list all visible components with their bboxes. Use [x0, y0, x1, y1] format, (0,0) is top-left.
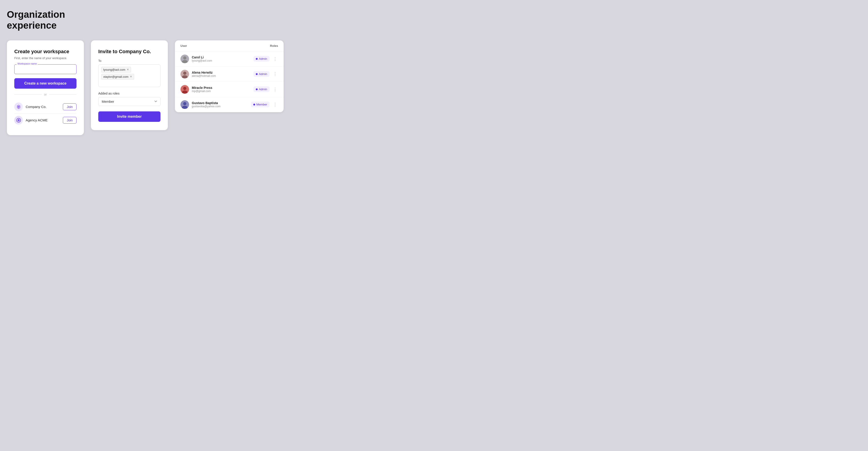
role-label-miracle: Admin	[259, 87, 267, 91]
more-options-gustavo[interactable]: ⋮	[272, 103, 278, 107]
roles-select[interactable]: Member Admin Owner	[98, 97, 160, 106]
svg-point-12	[183, 87, 186, 90]
role-dot-alena	[256, 73, 258, 75]
workspace-name-field-group: Workspace name	[14, 64, 76, 74]
create-workspace-panel: Create your workspace First, enter the n…	[7, 40, 84, 135]
avatar-gustavo	[181, 100, 189, 109]
user-name-carol: Carol Li	[192, 55, 253, 59]
svg-point-9	[183, 72, 186, 75]
join-agency-acme-button[interactable]: Join	[63, 117, 76, 124]
col-user-header: User	[181, 44, 187, 48]
workspace-name-input[interactable]	[14, 64, 76, 74]
user-row-alena: Alena Herwitz alena@hotmail.com Admin ⋮	[175, 66, 283, 82]
create-workspace-subtitle: First, enter the name of your workspace.	[14, 56, 76, 60]
role-label-carol: Admin	[259, 57, 267, 60]
role-badge-gustavo: Member	[251, 102, 270, 107]
panels-container: Create your workspace First, enter the n…	[4, 38, 864, 138]
role-label-gustavo: Member	[256, 103, 267, 106]
workspace-list: Company Co. Join Agency ACME Join	[14, 100, 76, 127]
user-email-carol: lyoung@aol.com	[192, 59, 253, 62]
user-info-miracle: Miracle Press mp@gmail.com	[192, 86, 253, 93]
company-co-logo	[14, 103, 23, 111]
more-options-miracle[interactable]: ⋮	[272, 87, 278, 91]
role-badge-carol: Admin	[253, 56, 270, 62]
invite-heading: Invite to Company Co.	[98, 49, 160, 55]
company-co-icon	[16, 104, 22, 110]
users-table-panel: User Roles Carol Li lyoung@aol.com Admin…	[175, 40, 284, 112]
remove-xtaylor-icon[interactable]: ✕	[130, 75, 132, 78]
invite-member-button[interactable]: Invite member	[98, 111, 160, 122]
role-label-alena: Admin	[259, 72, 267, 76]
workspace-name-agency-acme: Agency ACME	[26, 118, 60, 122]
role-dot-carol	[256, 58, 258, 60]
or-divider: or	[14, 93, 76, 96]
page-title: Organization experience	[7, 9, 864, 31]
svg-point-6	[183, 56, 186, 60]
join-company-co-button[interactable]: Join	[63, 104, 76, 110]
avatar-carol	[181, 55, 189, 63]
user-name-miracle: Miracle Press	[192, 86, 253, 90]
workspace-name-label: Workspace name	[17, 62, 38, 65]
role-dot-gustavo	[253, 104, 255, 106]
user-email-alena: alena@hotmail.com	[192, 74, 253, 78]
role-badge-alena: Admin	[253, 71, 270, 77]
create-workspace-button[interactable]: Create a new workspace	[14, 78, 76, 89]
user-info-alena: Alena Herwitz alena@hotmail.com	[192, 71, 253, 78]
agency-acme-logo	[14, 116, 23, 124]
user-info-carol: Carol Li lyoung@aol.com	[192, 55, 253, 62]
create-workspace-heading: Create your workspace	[14, 49, 76, 55]
email-tag-lyoung: lyoung@aol.com ✕	[101, 67, 131, 73]
users-table-header: User Roles	[175, 40, 283, 51]
agency-acme-icon	[16, 117, 22, 123]
to-label: To	[98, 59, 160, 62]
user-row-miracle: Miracle Press mp@gmail.com Admin ⋮	[175, 82, 283, 97]
role-badge-miracle: Admin	[253, 86, 270, 92]
avatar-miracle	[181, 85, 189, 94]
user-name-gustavo: Gustavo Baptista	[192, 101, 251, 105]
user-info-gustavo: Gustavo Baptista gustavoba@yahoo.com	[192, 101, 251, 108]
invite-panel: Invite to Company Co. To lyoung@aol.com …	[91, 40, 168, 130]
workspace-name-company-co: Company Co.	[26, 105, 60, 109]
svg-point-15	[183, 102, 186, 105]
workspace-item-company-co: Company Co. Join	[14, 100, 76, 114]
user-email-miracle: mp@gmail.com	[192, 90, 253, 93]
email-tags-box[interactable]: lyoung@aol.com ✕ xtaylor@gmail.com ✕	[98, 64, 160, 87]
role-dot-miracle	[256, 88, 258, 90]
email-tag-xtaylor-address: xtaylor@gmail.com	[103, 75, 128, 78]
user-name-alena: Alena Herwitz	[192, 71, 253, 74]
email-tag-lyoung-address: lyoung@aol.com	[103, 68, 125, 72]
user-row-gustavo: Gustavo Baptista gustavoba@yahoo.com Mem…	[175, 97, 283, 112]
user-row-carol: Carol Li lyoung@aol.com Admin ⋮	[175, 51, 283, 66]
email-tag-xtaylor: xtaylor@gmail.com ✕	[101, 74, 134, 80]
user-email-gustavo: gustavoba@yahoo.com	[192, 105, 251, 108]
more-options-carol[interactable]: ⋮	[272, 57, 278, 61]
workspace-item-agency-acme: Agency ACME Join	[14, 114, 76, 127]
avatar-alena	[181, 70, 189, 78]
remove-lyoung-icon[interactable]: ✕	[127, 68, 129, 71]
col-roles-header: Roles	[270, 44, 278, 48]
roles-label: Added as roles	[98, 92, 160, 95]
more-options-alena[interactable]: ⋮	[272, 72, 278, 76]
